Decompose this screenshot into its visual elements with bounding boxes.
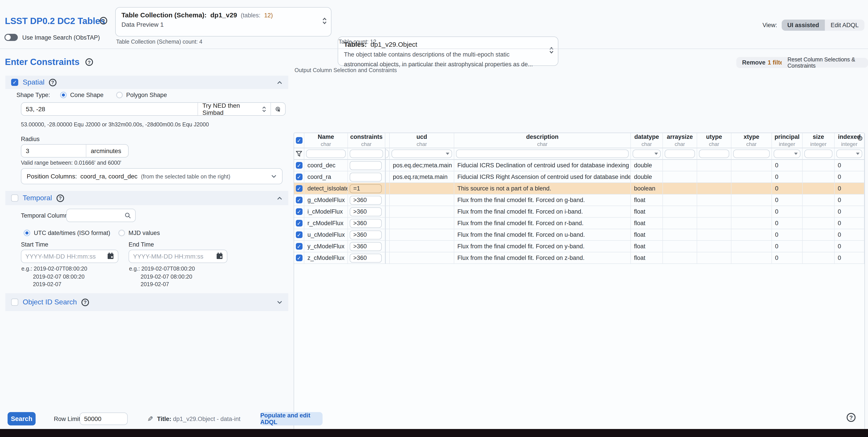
temporal-section-header[interactable]: Temporal ?	[5, 191, 288, 205]
filter-input-ucd[interactable]	[392, 150, 452, 158]
row-select-cell[interactable]: ✓	[294, 206, 304, 218]
row-checkbox[interactable]: ✓	[296, 220, 302, 226]
temporal-checkbox[interactable]	[11, 194, 18, 201]
filter-input-indexed[interactable]	[836, 150, 862, 158]
table-row[interactable]: ✓coord_decpos.eq.dec;meta.mainFiducial I…	[294, 160, 864, 171]
table-row[interactable]: ✓r_cModelFlux>360Flux from the final cmo…	[294, 218, 864, 229]
filter-funnel-cell[interactable]	[294, 148, 304, 160]
column-header-ucd[interactable]: ucdchar	[390, 133, 454, 148]
radius-unit-select[interactable]: arcminutes	[86, 145, 128, 157]
mjd-radio[interactable]	[118, 230, 125, 236]
constraint-input[interactable]: >360	[350, 207, 382, 216]
row-checkbox[interactable]: ✓	[296, 243, 302, 250]
end-time-input[interactable]: YYYY-MM-DD HH:mm:ss	[129, 250, 227, 263]
spatial-section-header[interactable]: ✓ Spatial ?	[5, 76, 288, 89]
table-row[interactable]: ✓detect_isIsolated=1This source is not a…	[294, 183, 864, 194]
row-checkbox[interactable]: ✓	[296, 231, 302, 238]
locate-on-image-button[interactable]	[271, 103, 285, 115]
constraint-input[interactable]	[350, 173, 382, 181]
coordinates-input[interactable]: 53, -28	[21, 103, 197, 115]
view-option-ui-assisted[interactable]: UI assisted	[781, 20, 825, 31]
filter-input-size[interactable]	[804, 150, 832, 158]
row-select-cell[interactable]: ✓	[294, 229, 304, 241]
column-header-utype[interactable]: utypechar	[697, 133, 732, 148]
spatial-checkbox[interactable]: ✓	[11, 79, 18, 86]
constraint-input[interactable]: >360	[350, 219, 382, 228]
row-checkbox[interactable]: ✓	[296, 174, 302, 180]
constraint-input[interactable]: =1	[350, 184, 382, 193]
temporal-help-icon[interactable]: ?	[57, 194, 64, 202]
row-select-cell[interactable]: ✓	[294, 160, 304, 171]
select-all-checkbox[interactable]: ✓	[296, 137, 302, 144]
mjd-option[interactable]: MJD values	[118, 230, 160, 236]
cone-shape-option[interactable]: Cone Shape	[60, 92, 103, 98]
column-header-xtype[interactable]: xtypechar	[732, 133, 772, 148]
column-header-spacer[interactable]	[385, 133, 390, 148]
row-select-cell[interactable]: ✓	[294, 171, 304, 183]
utc-option[interactable]: UTC date/times (ISO format)	[24, 230, 110, 236]
row-select-cell[interactable]: ✓	[294, 218, 304, 229]
filter-input-utype[interactable]	[699, 150, 729, 158]
table-options-gear-icon[interactable]: ⚙	[857, 135, 863, 142]
filter-input-principal[interactable]	[774, 150, 800, 158]
radius-input[interactable]: 3	[21, 145, 86, 157]
column-header-description[interactable]: descriptionchar	[454, 133, 631, 148]
resolver-select[interactable]: Try NED then Simbad	[198, 103, 271, 115]
table-row[interactable]: ✓g_cModelFlux>360Flux from the final cmo…	[294, 194, 864, 206]
row-select-cell[interactable]: ✓	[294, 252, 304, 264]
temporal-column-input[interactable]	[66, 209, 136, 222]
cone-shape-radio[interactable]	[60, 92, 66, 98]
table-row[interactable]: ✓u_cModelFlux>360Flux from the final cmo…	[294, 229, 864, 241]
row-checkbox[interactable]: ✓	[296, 254, 302, 261]
polygon-shape-option[interactable]: Polygon Shape	[116, 92, 167, 98]
constraint-input[interactable]: >360	[350, 242, 382, 251]
filter-input-Name[interactable]	[306, 150, 346, 158]
row-select-cell[interactable]: ✓	[294, 183, 304, 194]
edit-title-pencil-icon[interactable]: ✎	[147, 415, 153, 423]
object-id-checkbox[interactable]	[11, 299, 18, 306]
constraint-input[interactable]: >360	[350, 230, 382, 239]
position-columns-select[interactable]: Position Columns: coord_ra, coord_dec (f…	[21, 168, 282, 184]
table-row[interactable]: ✓coord_rapos.eq.ra;meta.mainFiducial ICR…	[294, 171, 864, 183]
view-option-edit-adql[interactable]: Edit ADQL	[825, 20, 864, 31]
table-row[interactable]: ✓y_cModelFlux>360Flux from the final cmo…	[294, 241, 864, 252]
utc-radio[interactable]	[24, 230, 30, 236]
row-checkbox[interactable]: ✓	[296, 185, 302, 192]
select-all-cell[interactable]: ✓	[294, 133, 304, 148]
row-checkbox[interactable]: ✓	[296, 197, 302, 204]
chevron-up-icon[interactable]	[277, 78, 282, 86]
filter-input-xtype[interactable]	[733, 150, 770, 158]
filter-input-constraints[interactable]	[350, 150, 383, 158]
footer-help-icon[interactable]: ?	[847, 413, 856, 422]
row-limit-input[interactable]: 50000	[80, 412, 128, 425]
chevron-down-icon[interactable]	[277, 298, 282, 306]
polygon-shape-radio[interactable]	[116, 92, 123, 98]
object-id-section-header[interactable]: Object ID Search ?	[5, 293, 288, 311]
constraints-help-icon[interactable]: ?	[86, 58, 93, 66]
table-row[interactable]: ✓i_cModelFlux>360Flux from the final cmo…	[294, 206, 864, 218]
column-header-Name[interactable]: Namechar	[304, 133, 348, 148]
populate-adql-button[interactable]: Populate and edit ADQL	[260, 412, 322, 426]
image-search-toggle[interactable]	[4, 34, 18, 41]
row-select-cell[interactable]: ✓	[294, 241, 304, 252]
start-time-input[interactable]: YYYY-MM-DD HH:mm:ss	[21, 250, 118, 263]
column-header-principal[interactable]: principalinteger	[772, 133, 803, 148]
title-help-icon[interactable]: ?	[100, 17, 107, 25]
object-id-help-icon[interactable]: ?	[82, 299, 89, 306]
filter-input-datatype[interactable]	[633, 150, 661, 158]
row-checkbox[interactable]: ✓	[296, 208, 302, 215]
calendar-icon[interactable]	[107, 252, 114, 260]
filter-input-arraysize[interactable]	[665, 150, 695, 158]
constraint-input[interactable]: >360	[350, 253, 382, 262]
schema-select[interactable]: Table Collection (Schema): dp1_v29 (tabl…	[115, 7, 332, 36]
reset-columns-button[interactable]: Reset Column Selections & Constraints	[782, 58, 868, 68]
column-header-arraysize[interactable]: arraysizechar	[663, 133, 697, 148]
table-row[interactable]: ✓z_cModelFlux>360Flux from the final cmo…	[294, 252, 864, 264]
chevron-up-icon[interactable]	[277, 194, 282, 202]
column-header-size[interactable]: sizeinteger	[803, 133, 835, 148]
row-checkbox[interactable]: ✓	[296, 162, 302, 169]
calendar-icon[interactable]	[216, 252, 223, 260]
row-select-cell[interactable]: ✓	[294, 194, 304, 206]
filter-input-description[interactable]	[456, 150, 629, 158]
column-header-datatype[interactable]: datatypechar	[631, 133, 663, 148]
